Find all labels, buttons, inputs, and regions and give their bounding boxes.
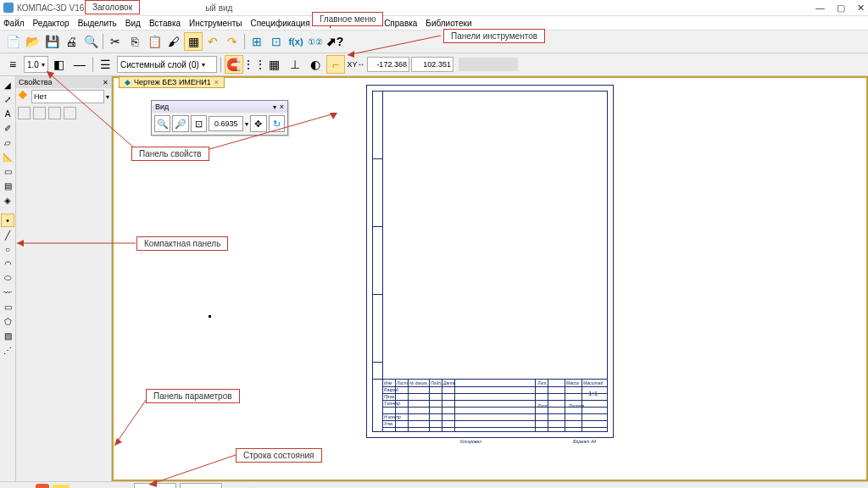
maximize-icon[interactable]: ▢	[837, 3, 845, 14]
param-btn[interactable]: ▱	[1, 136, 14, 149]
compact-panel: ◢ ⤢ A ✐ ▱ 📐 ▭ ▤ ◈ • ╱ ○ ◠ ⬭ 〰 ▭ ⬠ ▨ ⋰	[0, 76, 16, 481]
style-icon[interactable]: ≡	[3, 55, 22, 74]
new-icon[interactable]: 📄	[3, 32, 22, 51]
meas-btn[interactable]: 📐	[1, 150, 14, 164]
svg-marker-9	[114, 438, 122, 446]
aux-tool[interactable]: ⋰	[1, 343, 14, 357]
menu-select[interactable]: Выделить	[78, 19, 117, 28]
lcs-icon[interactable]: ⌐	[326, 55, 345, 74]
menu-help[interactable]: Справка	[384, 19, 417, 28]
stop-button[interactable]: STOP	[36, 484, 49, 488]
undo-icon[interactable]: ↶	[203, 32, 222, 51]
menu-editor[interactable]: Редактор	[33, 19, 70, 28]
callout-toolbars: Панели инструментов	[443, 29, 545, 43]
app-icon	[3, 3, 14, 13]
layer-combo[interactable]: Системный слой (0)▾	[117, 56, 217, 73]
point-tool[interactable]: •	[1, 214, 14, 227]
plus-marker[interactable]: +	[251, 485, 257, 488]
copy-icon[interactable]: ⎘	[125, 32, 144, 51]
menu-view[interactable]: Вид	[125, 19, 141, 28]
vars-icon[interactable]: ①②	[306, 32, 325, 51]
svg-line-8	[114, 396, 148, 446]
help-cursor-icon[interactable]: ⬈?	[326, 32, 344, 51]
slider[interactable]	[459, 58, 518, 71]
prop-btn-1[interactable]	[18, 107, 31, 119]
menu-insert[interactable]: Вставка	[149, 19, 181, 28]
svg-line-2	[47, 71, 136, 149]
close-icon[interactable]: ✕	[857, 3, 865, 14]
spline-tool[interactable]: 〰	[1, 286, 14, 299]
callout-status: Строка состояния	[236, 448, 322, 463]
text-btn[interactable]: A	[1, 107, 14, 120]
snap-icon[interactable]: 🧲	[225, 55, 243, 74]
svg-marker-5	[330, 113, 337, 119]
preview-icon[interactable]: 🔍	[81, 32, 100, 51]
poly-tool[interactable]: ⬠	[1, 314, 14, 328]
drawing-sheet: Изм Лист № докум. Подп. Дата Разраб. Про…	[366, 85, 614, 438]
svg-marker-11	[149, 480, 157, 487]
tab-label: Чертеж БЕЗ ИМЕНИ1	[134, 78, 211, 86]
lib-icon[interactable]: ⊡	[267, 32, 286, 51]
svg-marker-7	[17, 240, 24, 247]
manager-icon[interactable]: ⊞	[248, 32, 266, 51]
edit-btn[interactable]: ✐	[1, 121, 14, 135]
print-icon[interactable]: 🖨	[62, 32, 81, 51]
svg-marker-1	[348, 51, 354, 58]
svg-line-4	[198, 113, 337, 152]
ortho-icon[interactable]: ⊥	[286, 55, 304, 74]
auto-button[interactable]: Auto⬅	[53, 485, 70, 488]
separator	[92, 57, 93, 72]
ellipse-tool[interactable]: ⬭	[1, 271, 14, 285]
callout-compact: Компактная панель	[136, 236, 228, 251]
svg-marker-3	[47, 71, 54, 79]
zoom-in-icon[interactable]: 🔍	[154, 115, 170, 132]
line-tool[interactable]: ╱	[1, 228, 14, 241]
save-icon[interactable]: 💾	[42, 32, 61, 51]
open-icon[interactable]: 📂	[23, 32, 42, 51]
view-close-icon[interactable]: ×	[280, 103, 284, 111]
geo-btn[interactable]: ◢	[1, 78, 14, 92]
cut-icon[interactable]: ✂	[106, 32, 125, 51]
window-title-suffix: ый вид	[205, 3, 232, 13]
tab-close-icon[interactable]: ×	[214, 78, 219, 86]
menu-tools[interactable]: Инструменты	[189, 19, 242, 28]
rep-btn[interactable]: ◈	[1, 193, 14, 207]
grid-icon[interactable]: ⋮⋮	[245, 55, 264, 74]
dim-btn[interactable]: ⤢	[1, 92, 14, 106]
view-panel-header[interactable]: Вид ▾ ×	[152, 101, 287, 113]
callout-title: Заголовок	[85, 0, 140, 14]
window-buttons: — ▢ ✕	[815, 3, 865, 14]
parameters-bar: STOP Auto⬅ V✓ -172.368 102.351 Стиль + ▾	[0, 481, 868, 488]
brush-icon[interactable]: 🖌	[164, 32, 183, 51]
spec-btn[interactable]: ▤	[1, 179, 14, 192]
separator	[244, 34, 245, 49]
arc-tool[interactable]: ◠	[1, 257, 14, 270]
zoom-out-icon[interactable]: 🔎	[172, 115, 188, 132]
menu-spec[interactable]: Спецификация	[250, 19, 309, 28]
minimize-icon[interactable]: —	[815, 3, 825, 14]
svg-line-10	[149, 455, 236, 485]
prop-btn-2[interactable]	[33, 107, 46, 119]
grid2-icon[interactable]: ▦	[265, 55, 284, 74]
menu-file[interactable]: Файл	[3, 19, 25, 28]
round-icon[interactable]: ◐	[306, 55, 325, 74]
rect-tool[interactable]: ▭	[1, 300, 14, 313]
point-marker	[209, 315, 211, 318]
paste-icon[interactable]: 📋	[145, 32, 164, 51]
callout-params: Панель параметров	[146, 389, 240, 403]
props-toggle-icon[interactable]: ▦	[184, 32, 203, 51]
main-menu: Файл Редактор Выделить Вид Вставка Инстр…	[0, 16, 868, 30]
fx-icon[interactable]: f(x)	[287, 32, 305, 51]
menu-libs[interactable]: Библиотеки	[426, 19, 471, 28]
svg-line-0	[348, 36, 441, 55]
hatch-tool[interactable]: ▨	[1, 329, 14, 342]
style-icon[interactable]: 🔶	[18, 91, 30, 103]
linewidth-combo[interactable]: 1.0▾	[24, 56, 48, 73]
separator	[103, 34, 103, 49]
circle-tool[interactable]: ○	[1, 242, 14, 256]
sel-btn[interactable]: ▭	[1, 164, 14, 178]
callout-props: Панель свойств	[131, 147, 209, 161]
redo-icon[interactable]: ↷	[223, 32, 242, 51]
separator	[220, 57, 221, 72]
callout-menu: Главное меню	[312, 12, 383, 26]
